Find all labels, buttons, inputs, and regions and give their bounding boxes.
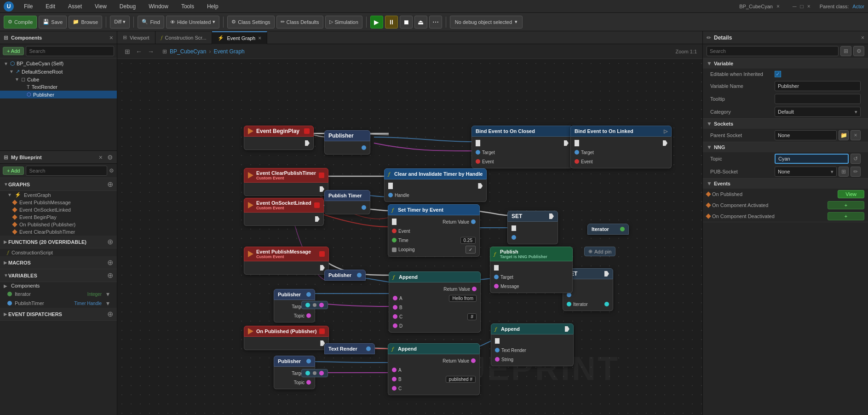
event-graph-close-icon[interactable]: × — [258, 35, 261, 41]
menu-asset[interactable]: Asset — [65, 2, 85, 11]
sl-exec-out[interactable] — [315, 216, 320, 222]
set-1-exec-out[interactable] — [549, 213, 554, 219]
editable-inherited-checkbox[interactable]: ✓ — [775, 71, 781, 77]
macros-section-header[interactable]: ▶ MACROS ⊕ — [0, 256, 117, 269]
construction-script-item[interactable]: 𝑓 ConstructionScript — [0, 248, 117, 256]
on-published-item[interactable]: On Published (Publisher) — [0, 221, 117, 228]
class-settings-button[interactable]: ⚙ Class Settings — [227, 16, 274, 29]
set-1-in-pin[interactable] — [512, 235, 516, 240]
category-dropdown[interactable]: Default ▾ — [775, 107, 861, 117]
node-text-render-var[interactable]: Text Render — [324, 343, 375, 354]
tree-item-default-scene[interactable]: ▼ ↗ DefaultSceneRoot — [0, 68, 117, 75]
find-button[interactable]: 🔍 Find — [138, 16, 164, 29]
event-graph-item[interactable]: ▼ ⚡ EventGraph — [0, 191, 117, 199]
st-time-pin[interactable] — [392, 238, 397, 242]
class-defaults-button[interactable]: ✏ Class Defaults — [276, 16, 323, 29]
set-1-exec-in[interactable] — [512, 225, 516, 231]
hide-unrelated-button[interactable]: 👁 Hide Unrelated ▾ — [166, 16, 219, 29]
simulation-button[interactable]: ▷ Simulation — [325, 16, 362, 29]
diff-button[interactable]: Diff ▾ — [110, 16, 130, 29]
details-grid-icon-btn[interactable]: ⊞ — [840, 46, 851, 56]
tooltip-input[interactable] — [775, 94, 861, 104]
bind-closed-target-in[interactable] — [476, 150, 480, 155]
node-append-1[interactable]: 𝑓 Append Return Value A Hello from — [389, 271, 481, 333]
blueprint-search-icon[interactable]: ⚙ — [109, 167, 114, 174]
node-bind-on-linked[interactable]: Bind Event to On Linked ▷ Target — [570, 126, 672, 168]
ct-exec-in[interactable] — [388, 183, 393, 189]
publisher-2-out[interactable] — [357, 273, 362, 277]
node-event-socket-linked[interactable]: Event OnSocketLinked Custom Event — [244, 198, 324, 226]
pt-out-pin[interactable] — [362, 205, 366, 210]
bind-linked-event-in[interactable] — [575, 159, 579, 164]
st-looping-checkbox[interactable]: ✓ — [466, 246, 476, 254]
blueprint-panel-close[interactable]: × — [99, 154, 103, 161]
topic-reset-icon-btn[interactable]: ↺ — [851, 154, 861, 164]
set-2-iter-pin[interactable] — [567, 302, 571, 306]
append-3-exec-out[interactable] — [565, 326, 569, 332]
a1-c-pin[interactable] — [393, 314, 397, 319]
tab-close-icon[interactable]: × — [776, 3, 780, 10]
exec-out-pin[interactable] — [305, 140, 310, 146]
node-event-publish-msg[interactable]: Event PublishMessage Custom Event — [244, 247, 329, 275]
menu-view[interactable]: View — [92, 2, 109, 11]
iterator-var-item[interactable]: Iterator Integer ▾ — [0, 289, 117, 299]
tree-item-publisher[interactable]: ⬡ Publisher — [0, 91, 117, 98]
node-publisher-var-1[interactable]: Publisher — [324, 130, 370, 155]
tab-viewport[interactable]: ⊞ Viewport — [117, 31, 155, 44]
bind-linked-expand-icon[interactable]: ▷ — [664, 128, 667, 134]
tree-item-cube[interactable]: ▼ ◻ Cube — [0, 75, 117, 83]
text-render-out[interactable] — [366, 346, 371, 351]
publisher-3-out[interactable] — [306, 292, 311, 297]
bc-back-icon[interactable]: ← — [134, 48, 144, 55]
a3-string-in[interactable] — [495, 357, 500, 362]
play-button[interactable]: ▶ — [370, 16, 383, 29]
clear-exec-out[interactable] — [320, 186, 324, 192]
node-bind-on-closed[interactable]: Bind Event to On Closed Target Event — [471, 126, 573, 168]
a2-b-pin[interactable] — [392, 377, 397, 381]
components-var-section[interactable]: ▶ Components — [0, 282, 117, 289]
iter3-pin-2[interactable] — [319, 371, 324, 375]
iter-pin-1[interactable] — [305, 303, 310, 307]
browse-button[interactable]: 📁 Browse — [69, 16, 102, 29]
bind-linked-exec-in[interactable] — [575, 140, 579, 146]
add-blueprint-button[interactable]: + Add — [3, 167, 24, 175]
topic-input[interactable] — [775, 154, 849, 164]
bind-linked-target-in[interactable] — [575, 150, 579, 155]
macros-add-icon[interactable]: ⊕ — [107, 258, 113, 267]
menu-edit[interactable]: Edit — [43, 2, 58, 11]
node-on-published[interactable]: On Published (Publisher) — [244, 326, 329, 350]
minimize-icon[interactable]: ─ — [793, 3, 797, 10]
node-set-1[interactable]: SET — [507, 211, 558, 244]
eject-button[interactable]: ⏏ — [414, 16, 427, 29]
a2-a-pin[interactable] — [392, 368, 397, 372]
pub-socket-edit-icon-btn[interactable]: ✏ — [851, 167, 861, 177]
stop-button[interactable]: ⏹ — [400, 16, 413, 29]
node-set-timer[interactable]: 𝑓 Set Timer by Event Return Value Event — [388, 204, 480, 257]
node-publisher-var-2[interactable]: Publisher — [324, 270, 366, 281]
pub-target-in[interactable] — [494, 275, 499, 279]
variable-section-header[interactable]: ▼ Variable — [703, 58, 868, 69]
ct-exec-out[interactable] — [478, 183, 483, 189]
menu-tools[interactable]: Tools — [178, 2, 197, 11]
a1-d-pin[interactable] — [393, 323, 397, 328]
node-clear-timer[interactable]: 𝑓 Clear and Invalidate Timer by Handle H… — [384, 168, 487, 202]
details-settings-icon-btn[interactable]: ⚙ — [853, 46, 864, 56]
breadcrumb-current[interactable]: Event Graph — [213, 48, 244, 55]
blueprint-search-input[interactable] — [26, 166, 107, 176]
set-2-in-pin[interactable] — [567, 293, 571, 297]
bind-linked-exec-out[interactable] — [663, 140, 667, 146]
blueprint-canvas[interactable]: BLUEPRINT Event BeginPlay — [117, 59, 702, 415]
iter-pin-2[interactable] — [319, 303, 324, 307]
debug-selector[interactable]: No debug object selected ▾ — [450, 16, 523, 29]
maximize-icon[interactable]: □ — [800, 3, 803, 10]
details-search-input[interactable] — [707, 46, 839, 56]
compile-button[interactable]: ⚙ Compile — [4, 16, 37, 29]
save-button[interactable]: 💾 Save — [39, 16, 67, 29]
components-panel-close[interactable]: × — [109, 34, 113, 41]
ct-handle-in[interactable] — [388, 193, 393, 197]
add-pin-button[interactable]: ⊕ Add pin — [584, 247, 615, 256]
socket-clear-icon-btn[interactable]: × — [851, 130, 861, 140]
a2-return-pin[interactable] — [471, 358, 476, 363]
p3-topic-pin[interactable] — [306, 313, 311, 318]
variables-add-icon[interactable]: ⊕ — [107, 271, 113, 280]
